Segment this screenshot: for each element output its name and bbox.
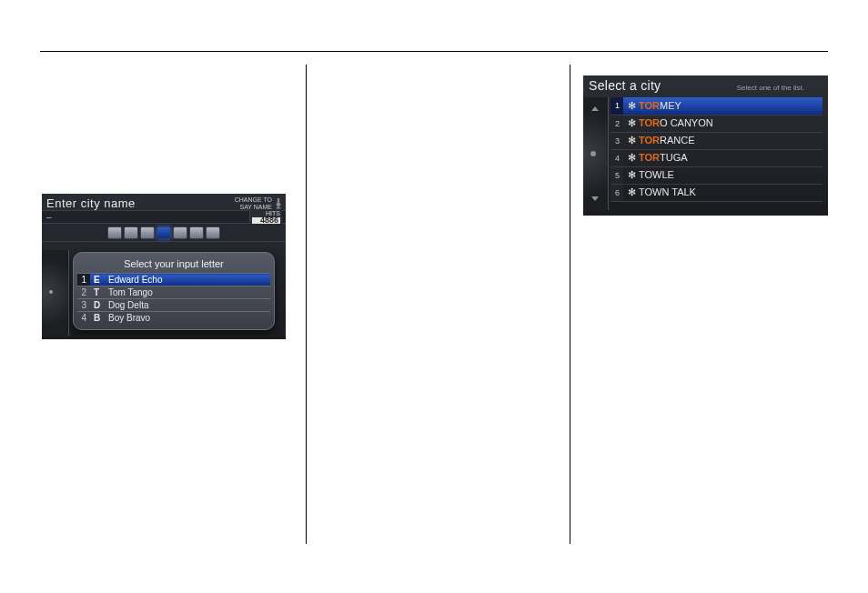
star-icon: ✻ <box>628 152 636 163</box>
change-to-text: CHANGE TO SAY NAME <box>235 196 272 211</box>
list-item[interactable]: 2 ✻TORO CANYON <box>611 115 823 132</box>
panel-title: Enter city name <box>46 196 136 210</box>
panel-header: Select a city Select one of the list. <box>583 75 828 94</box>
row-name: Boy Bravo <box>105 312 270 325</box>
scroll-dial[interactable] <box>583 97 609 210</box>
key[interactable] <box>206 226 220 239</box>
row-number: 6 <box>611 184 623 201</box>
letter-list: 1 E Edward Echo 2 T Tom Tango 3 D Dog De… <box>77 273 270 324</box>
dial-indicator <box>49 290 53 294</box>
star-icon: ✻ <box>628 135 636 146</box>
row-letter: E <box>90 274 105 286</box>
row-name: Tom Tango <box>105 286 270 299</box>
input-letter-popup: Select your input letter 1 E Edward Echo… <box>73 252 275 330</box>
text-cursor: – <box>46 212 52 222</box>
list-item[interactable]: 3 ✻TORRANCE <box>611 132 823 149</box>
row-name: Dog Delta <box>105 299 270 312</box>
row-number: 5 <box>611 166 623 184</box>
row-number: 2 <box>611 115 623 132</box>
scroll-dial[interactable] <box>42 250 69 336</box>
row-text: ✻TORMEY <box>623 97 823 115</box>
hits-box: HITS 4886 <box>249 210 282 224</box>
row-text: ✻TORRANCE <box>623 132 823 149</box>
keyboard-row <box>42 224 286 242</box>
enter-city-panel: Enter city name CHANGE TO SAY NAME – HIT… <box>42 194 286 339</box>
key[interactable] <box>107 226 122 239</box>
key[interactable] <box>140 226 155 239</box>
column-divider-1 <box>306 65 307 544</box>
column-divider-2 <box>570 65 570 544</box>
row-letter: T <box>90 286 105 299</box>
hits-value: 4886 <box>252 217 280 224</box>
panel-subtitle: Select one of the list. <box>737 84 804 92</box>
key[interactable] <box>173 226 187 239</box>
list-item[interactable]: 4 ✻TORTUGA <box>611 149 823 166</box>
key[interactable] <box>189 226 204 239</box>
input-row[interactable]: – HITS 4886 <box>42 210 286 224</box>
star-icon: ✻ <box>628 186 636 197</box>
row-number: 2 <box>77 286 90 299</box>
list-item[interactable]: 2 T Tom Tango <box>77 286 270 299</box>
popup-title: Select your input letter <box>77 256 270 273</box>
microphone-icon <box>275 198 282 209</box>
row-text: ✻TORO CANYON <box>623 115 823 132</box>
key-selected[interactable] <box>156 226 171 239</box>
list-item[interactable]: 5 ✻TOWLE <box>611 166 823 184</box>
change-to-say-name[interactable]: CHANGE TO SAY NAME <box>235 196 282 211</box>
divider-top <box>40 51 828 52</box>
key[interactable] <box>124 226 138 239</box>
row-number: 3 <box>611 132 623 149</box>
list-item[interactable]: 1 ✻TORMEY <box>611 97 823 115</box>
star-icon: ✻ <box>628 100 636 111</box>
list-item[interactable]: 1 E Edward Echo <box>77 274 270 286</box>
chevron-down-icon <box>591 196 599 201</box>
row-text: ✻TOWN TALK <box>623 184 823 201</box>
star-icon: ✻ <box>628 169 636 180</box>
row-name: Edward Echo <box>105 274 270 286</box>
row-number: 3 <box>77 299 90 312</box>
chevron-up-icon <box>591 106 599 111</box>
row-number: 4 <box>611 149 623 166</box>
row-number: 1 <box>611 97 623 115</box>
row-text: ✻TORTUGA <box>623 149 823 166</box>
list-item[interactable]: 6 ✻TOWN TALK <box>611 184 823 201</box>
list-item[interactable]: 4 B Boy Bravo <box>77 312 270 325</box>
row-letter: B <box>90 312 105 325</box>
row-number: 1 <box>77 274 90 286</box>
row-number: 4 <box>77 312 90 325</box>
city-list: 1 ✻TORMEY 2 ✻TORO CANYON 3 ✻TORRANCE 4 ✻… <box>611 97 823 210</box>
select-city-panel: Select a city Select one of the list. 1 … <box>583 75 828 216</box>
list-item[interactable]: 3 D Dog Delta <box>77 299 270 312</box>
row-letter: D <box>90 299 105 312</box>
dial-indicator <box>590 151 596 156</box>
panel-title: Select a city <box>589 78 661 93</box>
row-text: ✻TOWLE <box>623 166 823 184</box>
panel-header: Enter city name CHANGE TO SAY NAME <box>42 194 286 210</box>
star-icon: ✻ <box>628 117 636 128</box>
